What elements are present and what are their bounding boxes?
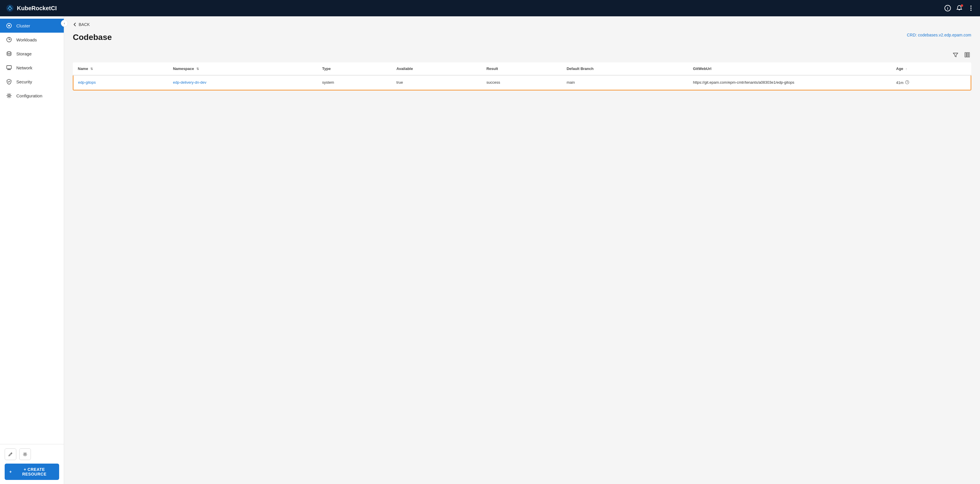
cell-namespace: edp-delivery-dn-dev (169, 75, 318, 90)
columns-icon (964, 52, 970, 58)
col-default-branch: Default Branch (562, 62, 688, 75)
sidebar-item-cluster[interactable]: Cluster (0, 19, 64, 33)
col-namespace[interactable]: Namespace ⇅ (169, 62, 318, 75)
header-logo: KubeRocketCI (6, 4, 945, 12)
col-gitweburl: GitWebUrl (688, 62, 891, 75)
sidebar-label-security: Security (16, 79, 32, 84)
sidebar-label-network: Network (16, 65, 32, 70)
sidebar-bottom-icons (5, 449, 59, 460)
sidebar-item-configuration[interactable]: Configuration (0, 89, 64, 103)
create-resource-plus: + (10, 470, 12, 474)
svg-point-4 (970, 6, 972, 7)
sidebar-label-cluster: Cluster (16, 23, 30, 28)
main-layout: ‹ Cluster Workloads (0, 16, 980, 484)
table-body: edp-gitops edp-delivery-dn-dev system tr… (73, 75, 971, 90)
svg-point-10 (7, 52, 11, 53)
sidebar-collapse-button[interactable]: ‹ (61, 20, 68, 27)
svg-point-1 (10, 9, 11, 10)
header-actions: i (945, 5, 974, 11)
sidebar: ‹ Cluster Workloads (0, 16, 64, 484)
info-icon: i (945, 5, 951, 11)
app-title: KubeRocketCI (17, 5, 57, 12)
age-sort-icon: ↑ (905, 67, 907, 70)
table-header: Name ⇅ Namespace ⇅ Type Available (73, 62, 971, 75)
cell-available: true (392, 75, 482, 90)
table-row: edp-gitops edp-delivery-dn-dev system tr… (73, 75, 971, 90)
svg-point-12 (8, 95, 10, 96)
workloads-icon (6, 37, 12, 43)
svg-text:i: i (947, 6, 948, 11)
svg-rect-15 (967, 53, 968, 57)
notification-dot (961, 4, 963, 7)
security-icon (6, 78, 12, 85)
storage-icon (6, 50, 12, 57)
svg-point-5 (970, 8, 972, 9)
codebase-table: Name ⇅ Namespace ⇅ Type Available (73, 62, 971, 90)
cell-name: edp-gitops (73, 75, 169, 90)
main-content: BACK Codebase CRD: codebases.v2.edp.epam… (64, 16, 980, 484)
namespace-sort-icon: ⇅ (196, 67, 199, 71)
name-sort-icon: ⇅ (90, 67, 93, 71)
svg-point-13 (24, 454, 26, 455)
sidebar-nav: Cluster Workloads (0, 16, 64, 444)
logo-icon (6, 4, 14, 12)
create-resource-label: + CREATE RESOURCE (14, 467, 54, 476)
header: KubeRocketCI i (0, 0, 980, 16)
cell-result: success (482, 75, 562, 90)
back-link[interactable]: BACK (73, 22, 971, 27)
svg-point-0 (6, 5, 14, 12)
age-value: 41m (896, 80, 904, 85)
more-icon (968, 5, 974, 11)
sidebar-bottom: + + CREATE RESOURCE (0, 444, 64, 484)
notification-button[interactable] (956, 5, 963, 11)
sidebar-item-storage[interactable]: Storage (0, 47, 64, 61)
col-result: Result (482, 62, 562, 75)
sidebar-label-workloads: Workloads (16, 37, 37, 42)
sidebar-label-configuration: Configuration (16, 93, 42, 98)
sidebar-item-network[interactable]: Network (0, 61, 64, 75)
sidebar-item-security[interactable]: Security (0, 75, 64, 89)
edit-button[interactable] (5, 449, 16, 460)
edit-icon (8, 452, 13, 457)
cell-default-branch: main (562, 75, 688, 90)
create-resource-button[interactable]: + + CREATE RESOURCE (5, 463, 59, 480)
col-name[interactable]: Name ⇅ (73, 62, 169, 75)
cell-age: 41m (891, 75, 971, 90)
svg-point-8 (8, 25, 10, 27)
info-button[interactable]: i (945, 5, 951, 11)
back-chevron-icon (73, 22, 77, 27)
cell-type: system (318, 75, 392, 90)
settings-button[interactable] (19, 449, 31, 460)
network-icon (6, 64, 12, 71)
table-container: Name ⇅ Namespace ⇅ Type Available (73, 62, 971, 90)
cluster-icon (6, 22, 12, 29)
columns-button[interactable] (963, 51, 971, 59)
col-age[interactable]: Age ↑ (891, 62, 971, 75)
svg-point-6 (970, 10, 972, 11)
filter-button[interactable] (951, 51, 959, 59)
configuration-icon (6, 93, 12, 99)
namespace-link[interactable]: edp-delivery-dn-dev (173, 80, 207, 85)
cell-gitweburl: https://git.epam.com/epm-cmtr/tenants/a0… (688, 75, 891, 90)
name-link[interactable]: edp-gitops (78, 80, 96, 85)
age-clock-icon (905, 80, 909, 85)
more-button[interactable] (968, 5, 974, 11)
sidebar-label-storage: Storage (16, 51, 32, 56)
svg-rect-11 (7, 65, 11, 69)
filter-icon (953, 52, 958, 58)
col-type: Type (318, 62, 392, 75)
sidebar-item-workloads[interactable]: Workloads (0, 33, 64, 47)
crd-link[interactable]: CRD: codebases.v2.edp.epam.com (907, 33, 971, 37)
gear-icon (23, 452, 27, 457)
page-header: Codebase CRD: codebases.v2.edp.epam.com (73, 33, 971, 42)
back-label: BACK (79, 22, 90, 27)
col-available: Available (392, 62, 482, 75)
table-toolbar (73, 51, 971, 59)
svg-rect-14 (965, 53, 966, 57)
svg-rect-16 (968, 53, 969, 57)
page-title: Codebase (73, 33, 112, 42)
